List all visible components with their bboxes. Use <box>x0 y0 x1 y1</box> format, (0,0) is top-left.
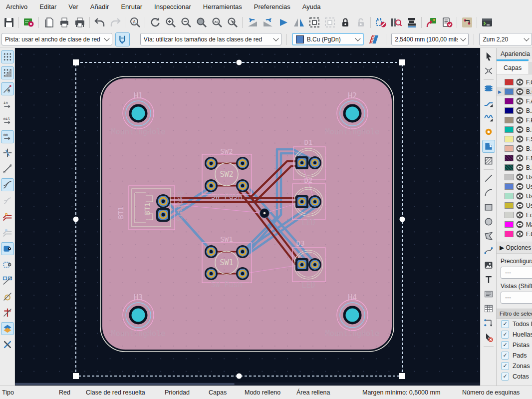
tab-capas[interactable]: Capas <box>497 62 529 74</box>
filter-row-pads[interactable]: ✓Pads <box>497 350 532 361</box>
vias-outline-button[interactable] <box>1 274 14 287</box>
checkbox[interactable]: ✓ <box>501 331 509 339</box>
vias-ghost-button[interactable] <box>1 226 14 239</box>
units-inches-button[interactable]: in <box>1 98 14 111</box>
checkbox[interactable]: ✓ <box>501 373 509 381</box>
checkbox[interactable]: ✓ <box>501 362 509 370</box>
layer-visibility-toggle[interactable] <box>516 221 524 228</box>
undo-button[interactable] <box>92 15 107 30</box>
layer-color-swatch[interactable] <box>505 88 514 95</box>
filter-row-pistas[interactable]: ✓Pistas <box>497 340 532 350</box>
layer-color-swatch[interactable] <box>505 126 514 133</box>
track-width-select[interactable]: Pista: usar el ancho de clase de red <box>1 33 112 45</box>
grid-select[interactable]: 2,5400 mm (100,00 mils) <box>391 33 469 45</box>
layer-row-b-silkscreen[interactable]: B.Silkscreen <box>497 144 532 153</box>
refresh-button[interactable] <box>147 15 163 30</box>
tab-objetos[interactable]: Objetos <box>529 62 532 74</box>
pads-outline-button[interactable] <box>1 258 14 271</box>
units-mils-button[interactable]: mil <box>1 114 14 127</box>
layer-row-f-silkscreen[interactable]: F.Silkscreen <box>497 134 532 144</box>
layer-visibility-toggle[interactable] <box>516 183 524 190</box>
layer-visibility-toggle[interactable] <box>516 202 524 209</box>
add-table-button[interactable] <box>482 302 495 315</box>
zoom-selection-button[interactable] <box>225 15 240 30</box>
layer-row-f-mask[interactable]: F.Mask <box>497 153 532 163</box>
save-button[interactable] <box>1 15 16 30</box>
footprint-d2[interactable]: D2 LED <box>292 176 325 227</box>
ratsnest-curved-button[interactable] <box>1 178 14 191</box>
filter-row-huellas[interactable]: ✓Huellas <box>497 329 532 340</box>
menu-ver[interactable]: Ver <box>62 0 84 14</box>
route-tracks-button[interactable] <box>482 96 495 109</box>
track-posture-button[interactable] <box>115 32 130 46</box>
layer-row-f-paste[interactable]: F.Paste <box>497 115 532 125</box>
selection-handle-nw[interactable] <box>73 59 79 65</box>
layer-color-swatch[interactable] <box>505 79 514 85</box>
layer-row-f-courtyard[interactable]: F.Courtyard <box>497 229 532 239</box>
layer-visibility-toggle[interactable] <box>516 230 524 238</box>
console-button[interactable] <box>479 15 495 30</box>
delete-tool-button[interactable] <box>482 331 495 344</box>
tracks-outline-button[interactable] <box>1 306 14 319</box>
layer-color-swatch[interactable] <box>505 164 514 171</box>
pad-edit-button[interactable] <box>373 15 388 30</box>
pads-fill-button[interactable] <box>1 242 14 255</box>
add-text-button[interactable] <box>482 273 495 286</box>
layer-color-swatch[interactable] <box>505 202 514 209</box>
selection-handle-sw[interactable] <box>73 373 79 379</box>
layer-visibility-toggle[interactable] <box>516 116 524 124</box>
layer-visibility-toggle[interactable] <box>516 126 524 133</box>
filter-row-zonas[interactable]: ✓Zonas <box>497 361 532 371</box>
add-dimension-button[interactable] <box>482 317 495 330</box>
filter-row-todos-los-elementos[interactable]: ✓Todos los elementos <box>497 319 532 329</box>
footprint-stack-button[interactable] <box>404 15 419 30</box>
layer-visibility-toggle[interactable] <box>516 154 524 162</box>
layer-row-margin[interactable]: Margin <box>497 220 532 229</box>
selection-handle-se[interactable] <box>399 373 405 379</box>
unlock-button[interactable] <box>353 15 368 30</box>
draw-bezier-button[interactable] <box>482 244 495 257</box>
layer-visibility-toggle[interactable] <box>516 173 524 181</box>
flip-button[interactable] <box>275 15 291 30</box>
scrollbar-thumb[interactable] <box>15 383 235 385</box>
find-button[interactable]: A <box>127 15 143 30</box>
layer-row-user-comments[interactable]: User.Comments <box>497 182 532 191</box>
menu-ayuda[interactable]: Ayuda <box>296 0 327 14</box>
pcb-drawing[interactable]: H1 MountingHole H2 MountingHole <box>15 48 480 386</box>
redo-button[interactable] <box>107 15 123 30</box>
viewports-select[interactable]: --- <box>501 292 532 304</box>
layer-visibility-toggle[interactable] <box>516 107 524 114</box>
units-mm-button[interactable]: mm <box>1 130 14 143</box>
swap-layers-button[interactable] <box>367 32 381 46</box>
active-layer-select[interactable]: B.Cu (PgDn) <box>292 33 364 45</box>
layer-visibility-toggle[interactable] <box>516 135 524 143</box>
via-size-select[interactable]: Vía: utilizar los tamaños de las clases … <box>140 33 281 45</box>
layer-color-swatch[interactable] <box>505 221 514 228</box>
pcb-canvas[interactable]: H1 MountingHole H2 MountingHole <box>15 48 480 386</box>
zones-outline-button[interactable] <box>1 290 14 303</box>
grid-overrides-button[interactable] <box>1 66 14 79</box>
draw-circle-button[interactable] <box>482 215 495 228</box>
filter-row-cotas[interactable]: ✓Cotas <box>497 371 532 382</box>
layer-row-b-cu[interactable]: ▶B.Cu <box>497 87 532 96</box>
menu-an-adir[interactable]: Añadir <box>84 0 115 14</box>
layer-row-user-eco2[interactable]: User.Eco2 <box>497 201 532 210</box>
layer-visibility-toggle[interactable] <box>516 164 524 171</box>
layer-color-swatch[interactable] <box>505 155 514 161</box>
layer-color-swatch[interactable] <box>505 136 514 142</box>
lock-button[interactable] <box>337 15 353 30</box>
crosshair-shape-button[interactable] <box>1 146 14 159</box>
layer-color-swatch[interactable] <box>505 183 514 190</box>
tune-length-button[interactable] <box>482 111 495 124</box>
layer-color-swatch[interactable] <box>505 98 514 104</box>
selection-handle-w[interactable] <box>73 217 79 222</box>
add-footprint-button[interactable] <box>482 82 495 95</box>
drc-check-button[interactable] <box>439 15 455 30</box>
plot-button[interactable] <box>72 15 87 30</box>
draw-zone-button[interactable] <box>482 140 495 153</box>
menu-archivo[interactable]: Archivo <box>0 0 33 14</box>
layer-visibility-toggle[interactable] <box>516 145 524 152</box>
board-setup-button[interactable] <box>21 15 36 30</box>
polar-coordinates-button[interactable]: θ <box>1 82 14 95</box>
layer-color-swatch[interactable] <box>505 231 514 237</box>
